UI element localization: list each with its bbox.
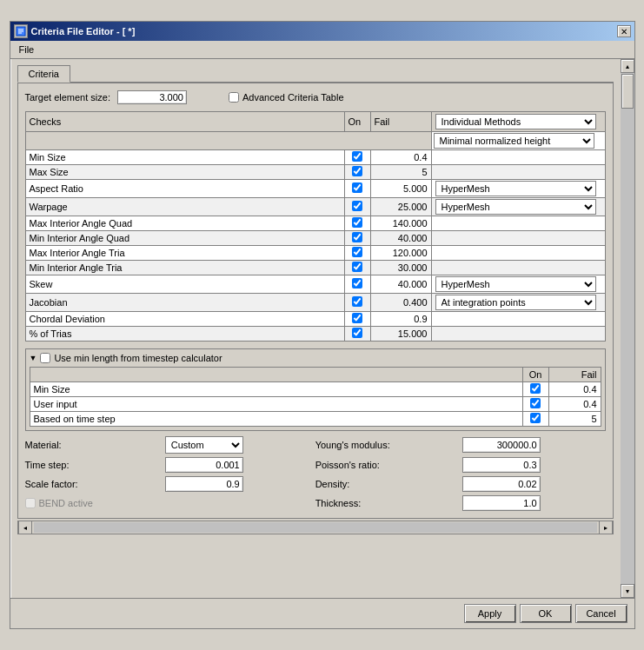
row-method <box>431 261 605 275</box>
mini-row-name: Min Size <box>30 382 522 397</box>
row-method <box>431 327 605 342</box>
row-name: Chordal Deviation <box>25 312 344 327</box>
thickness-input[interactable] <box>462 495 541 511</box>
criteria-table: Checks On Fail Individual Methods All Sa… <box>25 111 606 342</box>
mini-table-row: Based on time step 5 <box>30 412 601 427</box>
mini-row-fail: 5 <box>548 412 601 427</box>
on-checkbox[interactable] <box>352 296 362 307</box>
method-dropdown[interactable]: HyperMesh <box>435 181 596 196</box>
tab-criteria[interactable]: Criteria <box>17 65 70 83</box>
col-fail: Fail <box>370 112 431 132</box>
material-dropdown[interactable]: Custom Steel Aluminum <box>165 436 243 454</box>
timestep-checkbox[interactable] <box>40 353 50 363</box>
row-fail: 30.000 <box>370 261 431 275</box>
row-on <box>344 165 370 180</box>
table-row: % of Trias 15.000 <box>25 327 605 342</box>
table-row: Min Size 0.4 <box>25 150 605 165</box>
row-fail: 5 <box>370 165 431 180</box>
row-method: HyperMesh <box>431 198 605 216</box>
on-checkbox[interactable] <box>352 313 362 323</box>
on-checkbox[interactable] <box>352 182 362 193</box>
file-menu[interactable]: File <box>14 43 40 56</box>
table-row: Jacobian 0.400 At integration points <box>25 294 605 312</box>
method-dropdown[interactable]: HyperMesh <box>435 276 596 292</box>
poissons-input[interactable] <box>462 457 541 473</box>
menu-bar: File <box>10 41 634 59</box>
timestep-input[interactable] <box>165 457 243 473</box>
on-checkbox[interactable] <box>352 247 362 257</box>
row-fail: 25.000 <box>370 198 431 216</box>
scroll-right-button[interactable]: ▸ <box>599 521 613 534</box>
expand-arrow-icon[interactable]: ▼ <box>30 354 37 362</box>
row-method <box>431 246 605 261</box>
mini-row-name: Based on time step <box>30 412 522 427</box>
table-row: Warpage 25.000 HyperMesh <box>25 198 605 216</box>
app-icon <box>14 24 28 38</box>
on-checkbox[interactable] <box>352 166 362 176</box>
mini-col-name <box>30 368 522 382</box>
vertical-scrollbar[interactable]: ▴ ▾ <box>621 59 634 598</box>
mini-on-cb[interactable] <box>530 398 541 408</box>
timestep-label: Use min length from timestep calculator <box>54 353 222 363</box>
row-fail: 40.000 <box>370 231 431 246</box>
target-size-row: Target element size: Advanced Criteria T… <box>25 90 606 104</box>
row-on <box>344 198 370 216</box>
advanced-criteria-checkbox[interactable] <box>229 92 239 103</box>
table-row: Skew 40.000 HyperMesh <box>25 275 605 294</box>
mini-on-cb[interactable] <box>530 413 541 423</box>
mini-table-row: Min Size 0.4 <box>30 382 601 397</box>
timestep-section: ▼ Use min length from timestep calculato… <box>25 348 606 431</box>
youngs-input[interactable] <box>462 437 541 453</box>
mini-col-on: On <box>522 368 548 382</box>
row-name: Min Size <box>25 150 344 165</box>
bottom-bar: Apply OK Cancel <box>10 598 634 628</box>
scroll-track <box>34 522 597 533</box>
tabs: Criteria <box>17 64 614 83</box>
row-on <box>344 246 370 261</box>
on-checkbox[interactable] <box>352 232 362 242</box>
row-on <box>344 150 370 165</box>
on-checkbox[interactable] <box>352 278 362 289</box>
row-on <box>344 180 370 198</box>
density-input[interactable] <box>462 476 541 492</box>
scroll-down-button[interactable]: ▾ <box>621 584 634 598</box>
ok-button[interactable]: OK <box>520 604 572 623</box>
row-fail: 140.000 <box>370 216 431 231</box>
mini-row-name: User input <box>30 397 522 412</box>
target-size-input[interactable] <box>117 90 187 104</box>
apply-button[interactable]: Apply <box>464 604 516 623</box>
mini-col-fail: Fail <box>548 368 601 382</box>
timestep-label2: Time step: <box>25 460 158 470</box>
on-checkbox[interactable] <box>352 151 362 162</box>
method-dropdown[interactable]: At integration points <box>435 295 596 310</box>
row-method <box>431 312 605 327</box>
mini-table-row: User input 0.4 <box>30 397 601 412</box>
method-dropdown[interactable]: HyperMesh <box>435 199 596 215</box>
table-row: Min Interior Angle Tria 30.000 <box>25 261 605 275</box>
scale-input[interactable] <box>165 476 243 492</box>
row-method <box>431 231 605 246</box>
table-row: Max Interior Angle Quad 140.000 <box>25 216 605 231</box>
on-checkbox[interactable] <box>352 262 362 272</box>
cancel-button[interactable]: Cancel <box>575 604 627 623</box>
row-on <box>344 231 370 246</box>
target-size-label: Target element size: <box>25 92 110 103</box>
row-on <box>344 294 370 312</box>
on-checkbox[interactable] <box>352 328 362 338</box>
title-bar-left: Criteria File Editor - [ *] <box>14 24 136 38</box>
mini-on-cb[interactable] <box>530 383 541 394</box>
normalized-dropdown[interactable]: Minimal normalized height Jacobi ratio <box>434 133 594 149</box>
on-checkbox[interactable] <box>352 217 362 228</box>
timestep-mini-table: On Fail Min Size 0.4 <box>30 367 601 427</box>
scroll-left-button[interactable]: ◂ <box>18 521 32 534</box>
table-row: Chordal Deviation 0.9 <box>25 312 605 327</box>
close-button[interactable]: ✕ <box>617 25 631 37</box>
bend-cb-container: BEND active <box>25 498 158 508</box>
on-checkbox[interactable] <box>352 201 362 211</box>
top-method-dropdown[interactable]: Individual Methods All Same <box>435 114 596 129</box>
title-bar: Criteria File Editor - [ *] ✕ <box>10 22 634 41</box>
horizontal-scrollbar[interactable]: ◂ ▸ <box>17 521 614 534</box>
scroll-up-button[interactable]: ▴ <box>621 59 634 73</box>
scroll-thumb[interactable] <box>621 74 634 109</box>
row-name: % of Trias <box>25 327 344 342</box>
